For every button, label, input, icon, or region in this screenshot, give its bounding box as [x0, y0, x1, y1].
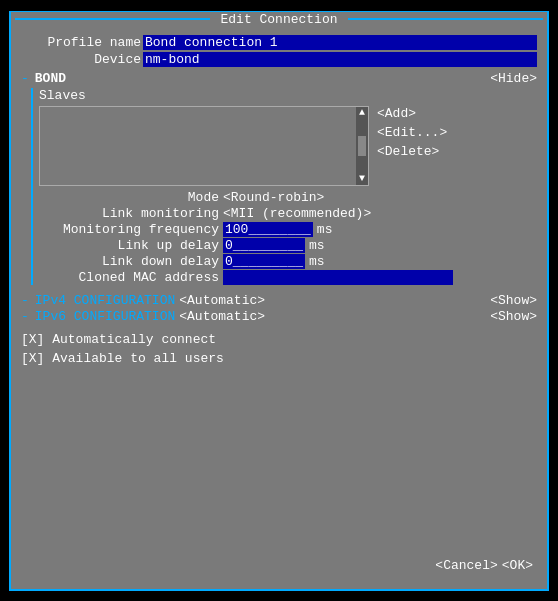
add-button[interactable]: <Add> — [377, 106, 447, 121]
ipv6-section: - IPv6 CONFIGURATION <Automatic> <Show> — [21, 309, 537, 324]
link-down-delay-unit: ms — [309, 254, 325, 269]
device-value[interactable]: nm-bond — [143, 52, 537, 67]
all-users-row[interactable]: [X] Available to all users — [21, 351, 537, 366]
ipv6-dash: - — [21, 309, 29, 324]
link-monitoring-row: Link monitoring <MII (recommended)> — [39, 206, 537, 221]
auto-connect-row[interactable]: [X] Automatically connect — [21, 332, 537, 347]
link-monitoring-value[interactable]: <MII (recommended)> — [223, 206, 371, 221]
scroll-thumb — [358, 136, 366, 156]
hide-button[interactable]: <Hide> — [490, 71, 537, 86]
slaves-scrollbar[interactable]: ▲ ▼ — [356, 107, 368, 185]
link-up-delay-row: Link up delay 0_________ ms — [39, 238, 537, 253]
bottom-buttons: <Cancel> <OK> — [435, 558, 533, 573]
ipv4-dash: - — [21, 293, 29, 308]
device-row: Device nm-bond — [21, 52, 537, 67]
ipv6-show-button[interactable]: <Show> — [490, 309, 537, 324]
slaves-actions: <Add> <Edit...> <Delete> — [377, 106, 447, 186]
slaves-section: ▲ ▼ <Add> <Edit...> <Delete> — [39, 106, 537, 186]
scroll-down-arrow: ▼ — [359, 174, 365, 184]
auto-connect-label: [X] Automatically connect — [21, 332, 216, 347]
link-up-delay-label: Link up delay — [39, 238, 219, 253]
profile-name-row: Profile name Bond connection 1 — [21, 35, 537, 50]
link-up-delay-value[interactable]: 0_________ — [223, 238, 305, 253]
title-bar: Edit Connection — [11, 12, 547, 27]
ipv4-show-button[interactable]: <Show> — [490, 293, 537, 308]
profile-name-value[interactable]: Bond connection 1 — [143, 35, 537, 50]
slaves-list[interactable]: ▲ ▼ — [39, 106, 369, 186]
mode-value[interactable]: <Round-robin> — [223, 190, 324, 205]
cloned-mac-value[interactable] — [223, 270, 453, 285]
ipv6-config-value[interactable]: <Automatic> — [179, 309, 265, 324]
window-title: Edit Connection — [214, 12, 343, 27]
bond-label: BOND — [35, 71, 66, 86]
ipv4-config-value[interactable]: <Automatic> — [179, 293, 265, 308]
link-monitoring-label: Link monitoring — [39, 206, 219, 221]
link-down-delay-row: Link down delay 0_________ ms — [39, 254, 537, 269]
slaves-label: Slaves — [39, 88, 537, 103]
cancel-button[interactable]: <Cancel> — [435, 558, 497, 573]
mode-label: Mode — [39, 190, 219, 205]
monitoring-freq-row: Monitoring frequency 100________ ms — [39, 222, 537, 237]
link-down-delay-label: Link down delay — [39, 254, 219, 269]
ok-button[interactable]: <OK> — [502, 558, 533, 573]
scroll-up-arrow: ▲ — [359, 108, 365, 118]
profile-name-label: Profile name — [21, 35, 141, 50]
edit-connection-window: Edit Connection Profile name Bond connec… — [9, 11, 549, 591]
ipv6-config-label: IPv6 CONFIGURATION — [35, 309, 175, 324]
monitoring-freq-value[interactable]: 100________ — [223, 222, 313, 237]
link-down-delay-value[interactable]: 0_________ — [223, 254, 305, 269]
link-up-delay-unit: ms — [309, 238, 325, 253]
edit-button[interactable]: <Edit...> — [377, 125, 447, 140]
cloned-mac-row: Cloned MAC address — [39, 270, 537, 285]
mode-row: Mode <Round-robin> — [39, 190, 537, 205]
device-label: Device — [21, 52, 141, 67]
bond-dash: - — [21, 71, 29, 86]
all-users-label: [X] Available to all users — [21, 351, 224, 366]
ipv4-config-label: IPv4 CONFIGURATION — [35, 293, 175, 308]
ipv4-section: - IPv4 CONFIGURATION <Automatic> <Show> — [21, 293, 537, 308]
cloned-mac-label: Cloned MAC address — [39, 270, 219, 285]
delete-button[interactable]: <Delete> — [377, 144, 447, 159]
monitoring-freq-unit: ms — [317, 222, 333, 237]
monitoring-freq-label: Monitoring frequency — [39, 222, 219, 237]
